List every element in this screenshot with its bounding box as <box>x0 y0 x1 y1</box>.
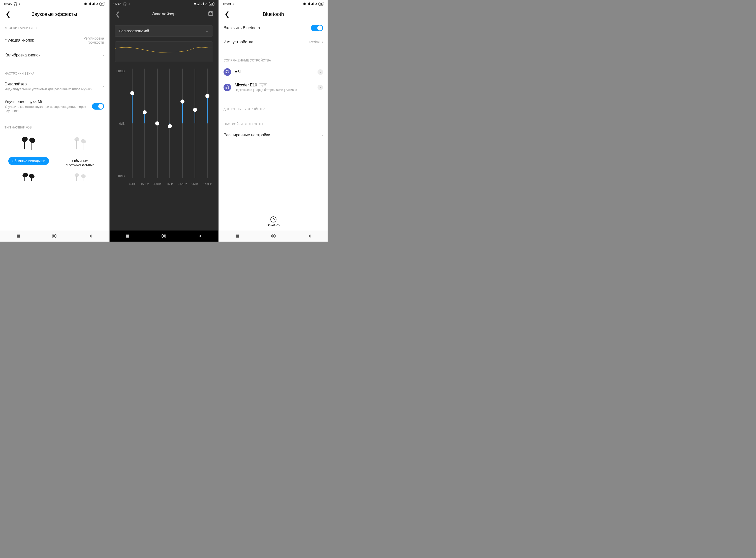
inear-icon <box>56 171 104 181</box>
header: ❮ Эквалайзер <box>110 7 218 21</box>
signal-icon <box>307 2 310 5</box>
battery-icon: 35 <box>318 2 324 6</box>
nav-back[interactable] <box>87 233 94 239</box>
slider-freq-label: 14KHz <box>203 182 212 185</box>
nav-home[interactable] <box>270 233 276 239</box>
paired-device-mixcder[interactable]: Mixcder E10aptX Подключено | Заряд батар… <box>224 79 323 96</box>
status-bar: 16:45 🎧 ♪ ✱ ⊿ 34 <box>0 0 109 7</box>
device-status: Подключено | Заряд батареи 60 % | Активн… <box>235 88 314 92</box>
headset-icon <box>224 68 231 76</box>
refresh-label: Обновить <box>267 224 280 227</box>
headset-icon <box>224 84 231 91</box>
screen-equalizer: 16:45 🎧 ♪ ✱ ⊿ 34 ❮ Эквалайзер Пользовате… <box>110 0 218 242</box>
eq-slider-400Hz[interactable]: 400Hz <box>152 67 163 185</box>
slider-freq-label: 400Hz <box>153 182 161 185</box>
preset-value: Пользовательский <box>119 29 149 33</box>
eq-slider-1KHz[interactable]: 1KHz <box>164 67 175 185</box>
hp-earbuds-label: Обычные вкладыши <box>8 157 49 165</box>
device-name-label: Имя устройства <box>224 40 253 44</box>
chevron-right-icon: › <box>322 39 323 45</box>
hp-type-3[interactable] <box>4 171 52 183</box>
wifi-icon: ⊿ <box>205 2 208 6</box>
screen-bluetooth: 16:39 ♪ ✱ ⊿ 35 ❮ Bluetooth Включить Blue… <box>219 0 328 242</box>
enhance-toggle[interactable] <box>92 103 104 109</box>
eq-slider-65Hz[interactable]: 65Hz <box>127 67 138 185</box>
section-headset-buttons: КНОПКИ ГАРНИТУРЫ <box>4 26 104 30</box>
nav-recent[interactable] <box>234 233 240 239</box>
device-settings-icon[interactable]: › <box>318 85 323 90</box>
preset-save-icon[interactable] <box>208 11 213 18</box>
eq-sliders: +10dB 0dB −10dB 65Hz160Hz400Hz1KHz2.5KHz… <box>115 67 213 185</box>
bluetooth-icon: ✱ <box>84 2 87 6</box>
slider-freq-label: 160Hz <box>141 182 149 185</box>
row-calibration[interactable]: Калибровка кнопок › <box>4 48 104 62</box>
svg-rect-1 <box>24 140 25 149</box>
back-button[interactable]: ❮ <box>4 9 11 19</box>
refresh-icon <box>270 217 276 223</box>
equalizer-sub: Индивидуальные установки для различных т… <box>4 87 101 92</box>
row-button-function[interactable]: Функция кнопок Регулировка громкости <box>4 32 104 48</box>
nav-recent[interactable] <box>125 233 130 239</box>
nav-bar <box>0 230 109 242</box>
section-bt-settings: НАСТРОЙКИ BLUETOOTH <box>224 122 323 126</box>
calibration-label: Калибровка кнопок <box>4 53 101 57</box>
eq-slider-14KHz[interactable]: 14KHz <box>202 67 213 185</box>
row-bt-enable[interactable]: Включить Bluetooth <box>224 21 323 35</box>
nav-home[interactable] <box>161 233 167 239</box>
hp-type-4[interactable] <box>56 171 104 183</box>
status-time: 16:39 <box>223 2 231 6</box>
paired-device-a6l[interactable]: A6L › <box>224 65 323 79</box>
svg-rect-21 <box>126 234 129 237</box>
svg-rect-5 <box>76 140 77 149</box>
hp-type-earbuds[interactable]: Обычные вкладыши <box>4 132 52 169</box>
status-time: 16:45 <box>113 2 122 6</box>
nav-back[interactable] <box>306 233 312 239</box>
music-icon: ♪ <box>128 2 130 6</box>
headphones-icon: 🎧 <box>14 2 17 6</box>
svg-rect-3 <box>31 142 32 150</box>
page-title: Звуковые эффекты <box>31 11 77 17</box>
back-button[interactable]: ❮ <box>114 9 121 19</box>
music-icon: ♪ <box>19 2 21 6</box>
signal-icon <box>197 2 200 5</box>
row-advanced[interactable]: Расширенные настройки › <box>224 128 323 142</box>
chevron-right-icon: › <box>103 84 104 89</box>
eq-slider-6KHz[interactable]: 6KHz <box>190 67 201 185</box>
row-device-name[interactable]: Имя устройства Redmi › <box>224 35 323 49</box>
slider-freq-label: 65Hz <box>129 182 135 185</box>
header: ❮ Звуковые эффекты <box>0 7 109 21</box>
section-available: ДОСТУПНЫЕ УСТРОЙСТВА <box>224 107 323 111</box>
hp-type-inear[interactable]: Обычные внутриканальные <box>56 132 104 169</box>
chevron-right-icon: › <box>322 132 323 138</box>
bt-enable-label: Включить Bluetooth <box>224 26 260 30</box>
refresh-button[interactable]: Обновить <box>219 213 328 230</box>
nav-back[interactable] <box>197 233 203 239</box>
button-function-label: Функция кнопок <box>4 38 74 43</box>
eq-slider-2.5KHz[interactable]: 2.5KHz <box>177 67 188 185</box>
chevron-right-icon: › <box>103 52 104 58</box>
axis-bot: −10dB <box>115 174 125 178</box>
enhance-sub: Улучшить качество звука при воспроизведе… <box>4 105 92 113</box>
row-mi-enhance[interactable]: Улучшение звука Mi Улучшить качество зву… <box>4 96 104 118</box>
inear-icon <box>56 132 104 154</box>
eq-slider-160Hz[interactable]: 160Hz <box>139 67 150 185</box>
wifi-icon: ⊿ <box>96 2 98 6</box>
nav-bar <box>110 230 218 242</box>
preset-dropdown[interactable]: Пользовательский ⌄ <box>115 25 213 37</box>
button-function-value: Регулировка громкости <box>74 36 104 44</box>
row-equalizer[interactable]: Эквалайзер Индивидуальные установки для … <box>4 78 104 96</box>
enhance-label: Улучшение звука Mi <box>4 100 92 104</box>
wifi-icon: ⊿ <box>314 2 317 6</box>
back-button[interactable]: ❮ <box>224 9 231 19</box>
nav-recent[interactable] <box>15 233 21 239</box>
advanced-label: Расширенные настройки <box>224 133 270 137</box>
svg-rect-20 <box>209 11 211 13</box>
svg-rect-16 <box>17 234 20 237</box>
divider <box>4 120 104 120</box>
bt-toggle[interactable] <box>311 25 323 31</box>
device-settings-icon[interactable]: › <box>318 69 323 75</box>
nav-home[interactable] <box>51 233 57 239</box>
headphones-icon: 🎧 <box>123 2 127 6</box>
page-title: Bluetooth <box>262 11 284 17</box>
screen-sound-effects: 16:45 🎧 ♪ ✱ ⊿ 34 ❮ Звуковые эффекты КНОП… <box>0 0 109 242</box>
